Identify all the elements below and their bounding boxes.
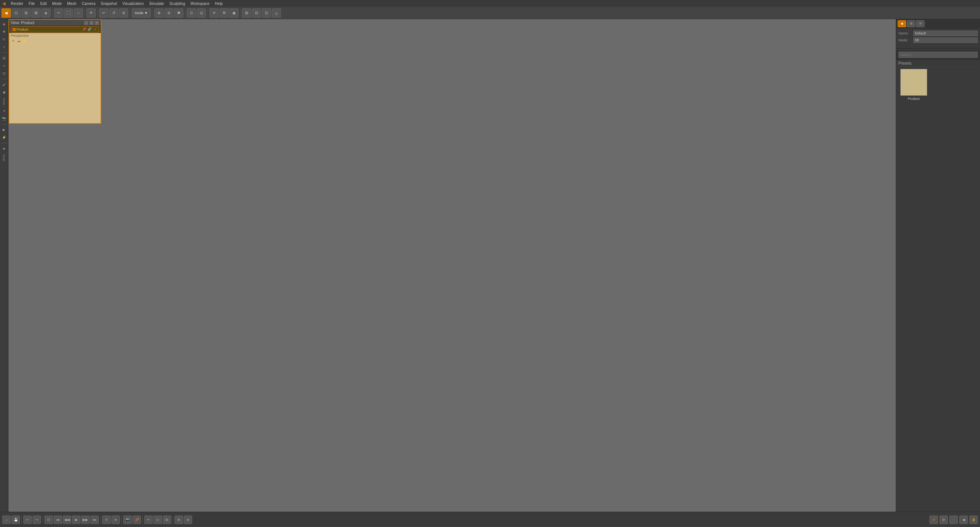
toolbar-sep-7 bbox=[207, 9, 208, 17]
toolbar-sep-8 bbox=[240, 9, 240, 17]
right-tab-layers[interactable]: ⊞ bbox=[907, 20, 915, 27]
sidebar-btn-sim[interactable]: ⚡ bbox=[1, 134, 8, 141]
toolbar-btn-6[interactable]: ⛶ bbox=[64, 8, 73, 18]
view-tab-product[interactable]: Product 📌 🔗 × bbox=[11, 26, 99, 33]
menu-item-file[interactable]: File bbox=[29, 2, 35, 6]
toolbar-btn-5[interactable]: ✂ bbox=[54, 8, 63, 18]
sidebar-btn-sculpt[interactable]: ◉ bbox=[1, 89, 8, 96]
bottom-edit-btn[interactable]: ✏ bbox=[144, 516, 153, 524]
menu-item-render[interactable]: Render bbox=[11, 2, 23, 6]
sidebar-btn-paint[interactable]: 🖌 bbox=[1, 81, 8, 88]
bottom-snap-btn[interactable]: ⊙ bbox=[154, 516, 162, 524]
toolbar-select-btn[interactable]: ◀ bbox=[2, 8, 11, 18]
menu-item-mesh[interactable]: Mesh bbox=[67, 2, 76, 6]
view-tab-ctrl-link[interactable]: 🔗 bbox=[87, 27, 92, 32]
bottom-frame-btn[interactable]: ⊡ bbox=[44, 516, 53, 524]
toolbar-btn-7[interactable]: ↔ bbox=[74, 8, 83, 18]
toolbar-btn-1[interactable]: ⊡ bbox=[11, 8, 21, 18]
sidebar-btn-scale[interactable]: ⤡ bbox=[1, 44, 8, 51]
toolbar-btn-4[interactable]: ◈ bbox=[41, 8, 51, 18]
bottom-prev-btn[interactable]: ⏮ bbox=[54, 516, 62, 524]
menu-item-snapshot[interactable]: Snapshot bbox=[101, 2, 117, 6]
canvas-icon-bolt[interactable]: ⚡ bbox=[22, 38, 27, 43]
bottom-arrow-btn[interactable]: ◀ bbox=[959, 516, 968, 524]
menu-item-edit[interactable]: Edit bbox=[40, 2, 47, 6]
view-panel-minimize-btn[interactable]: - bbox=[84, 21, 88, 25]
bottom-grid-btn[interactable]: ⊞ bbox=[163, 516, 171, 524]
bottom-cam-btn[interactable]: 📷 bbox=[123, 516, 132, 524]
toolbar-btn-16[interactable]: ◎ bbox=[197, 8, 206, 18]
right-search-input[interactable] bbox=[898, 52, 978, 58]
menu-item-simulate[interactable]: Simulate bbox=[149, 2, 164, 6]
toolbar-btn-11[interactable]: ⊛ bbox=[119, 8, 128, 18]
menu-item-workspace[interactable]: Workspace bbox=[191, 2, 210, 6]
sidebar-btn-mesh[interactable]: ⊞ bbox=[1, 55, 8, 62]
bottom-redo-btn[interactable]: ↪ bbox=[33, 516, 41, 524]
toolbar-btn-14[interactable]: ✱ bbox=[174, 8, 183, 18]
toolbar-btn-8[interactable]: ✈ bbox=[87, 8, 96, 18]
right-panel-divider bbox=[896, 48, 980, 49]
menu-item-visualization[interactable]: Visualization bbox=[122, 2, 144, 6]
right-tab-render[interactable]: ◉ bbox=[898, 20, 906, 27]
sidebar-btn-light[interactable]: ☀ bbox=[1, 108, 8, 114]
sidebar-btn-surface[interactable]: ⊡ bbox=[1, 70, 8, 77]
toolbar-btn-9[interactable]: ↩ bbox=[99, 8, 108, 18]
bottom-rewind-btn[interactable]: ◀◀ bbox=[63, 516, 71, 524]
bottom-loop-btn[interactable]: ↺ bbox=[102, 516, 111, 524]
toolbar-btn-21[interactable]: ⊟ bbox=[252, 8, 261, 18]
view-panel-close-btn[interactable]: × bbox=[95, 21, 99, 25]
view-panel-maximize-btn[interactable]: □ bbox=[89, 21, 94, 25]
canvas-icon-sun[interactable]: ☀ bbox=[11, 38, 15, 43]
bottom-save-btn[interactable]: 💾 bbox=[11, 516, 20, 524]
toolbar-mode-label[interactable]: Mode ▼ bbox=[132, 8, 151, 18]
bottom-delete-btn[interactable]: 🗑 bbox=[969, 516, 978, 524]
view-canvas[interactable]: Perspective ☀ ☁ ⚡ bbox=[9, 33, 101, 123]
menu-item-camera[interactable]: Camera bbox=[82, 2, 96, 6]
toolbar-sep-3 bbox=[97, 9, 98, 17]
bottom-sym-btn[interactable]: ⊕ bbox=[175, 516, 183, 524]
right-tab-settings[interactable]: ⚙ bbox=[916, 20, 924, 27]
toolbar-btn-2[interactable]: ⊞ bbox=[21, 8, 31, 18]
menu-item-sculpting[interactable]: Sculpting bbox=[169, 2, 185, 6]
bottom-home-btn[interactable]: ⌂ bbox=[2, 516, 11, 524]
toolbar-sep-5 bbox=[152, 9, 153, 17]
sidebar-btn-move[interactable]: ✥ bbox=[1, 28, 8, 35]
prop-name-input[interactable] bbox=[913, 31, 978, 36]
toolbar-btn-15[interactable]: ⊙ bbox=[187, 8, 196, 18]
bottom-rec-btn[interactable]: ● bbox=[111, 516, 120, 524]
toolbar-btn-3[interactable]: ⊠ bbox=[31, 8, 41, 18]
menu-item-help[interactable]: Help bbox=[215, 2, 223, 6]
bottom-check-btn[interactable]: ✓ bbox=[949, 516, 958, 524]
toolbar-btn-12[interactable]: ⊕ bbox=[154, 8, 163, 18]
view-tab-ctrl-pin[interactable]: 📌 bbox=[82, 27, 87, 32]
toolbar: ◀ ⊡ ⊞ ⊠ ◈ ✂ ⛶ ↔ ✈ ↩ ↺ ⊛ Mode ▼ ⊕ ⊖ ✱ ⊙ ◎… bbox=[0, 7, 980, 19]
bottom-gear2-btn[interactable]: ⚙ bbox=[939, 516, 948, 524]
bottom-play-btn[interactable]: ▶ bbox=[72, 516, 80, 524]
bottom-gear-orange-btn[interactable]: ⚙ bbox=[929, 516, 938, 524]
preset-item[interactable]: Product bbox=[898, 69, 929, 101]
toolbar-btn-10[interactable]: ↺ bbox=[109, 8, 118, 18]
toolbar-btn-13[interactable]: ⊖ bbox=[164, 8, 173, 18]
sidebar-btn-rotate[interactable]: ↻ bbox=[1, 36, 8, 43]
bottom-next-btn[interactable]: ⏭ bbox=[90, 516, 99, 524]
canvas-icon-cloud[interactable]: ☁ bbox=[16, 38, 21, 43]
bottom-sep-2 bbox=[42, 516, 43, 524]
bottom-undo-btn[interactable]: ↩ bbox=[23, 516, 32, 524]
sidebar-btn-render2[interactable]: ◈ bbox=[1, 145, 8, 152]
toolbar-btn-19[interactable]: ◉ bbox=[229, 8, 238, 18]
toolbar-btn-22[interactable]: ⊡ bbox=[262, 8, 271, 18]
toolbar-btn-18[interactable]: ⚙ bbox=[219, 8, 229, 18]
sidebar-btn-select[interactable]: ◈ bbox=[1, 21, 8, 28]
sidebar-btn-anim[interactable]: ▶ bbox=[1, 126, 8, 133]
bottom-pin-btn[interactable]: 📌 bbox=[132, 516, 141, 524]
sidebar-btn-curve[interactable]: ∿ bbox=[1, 62, 8, 69]
bottom-ff-btn[interactable]: ▶▶ bbox=[81, 516, 90, 524]
sidebar-btn-cam2[interactable]: 📷 bbox=[1, 115, 8, 122]
bottom-world-btn[interactable]: ⊗ bbox=[184, 516, 192, 524]
prop-mode-input[interactable] bbox=[913, 38, 978, 43]
toolbar-btn-17[interactable]: ☀ bbox=[209, 8, 219, 18]
toolbar-btn-23[interactable]: △ bbox=[272, 8, 281, 18]
view-tab-ctrl-close[interactable]: × bbox=[93, 27, 97, 32]
menu-item-mode[interactable]: Mode bbox=[52, 2, 62, 6]
toolbar-btn-20[interactable]: ⊞ bbox=[242, 8, 251, 18]
